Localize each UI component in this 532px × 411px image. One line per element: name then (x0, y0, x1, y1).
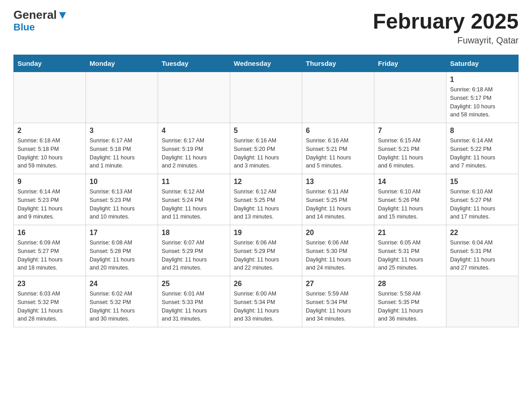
day-info: Sunrise: 6:02 AM Sunset: 5:32 PM Dayligh… (90, 290, 154, 323)
day-info: Sunrise: 6:06 AM Sunset: 5:30 PM Dayligh… (306, 239, 370, 272)
calendar-week-row: 9Sunrise: 6:14 AM Sunset: 5:23 PM Daylig… (14, 174, 519, 225)
day-info: Sunrise: 6:13 AM Sunset: 5:23 PM Dayligh… (90, 188, 154, 221)
day-info: Sunrise: 6:11 AM Sunset: 5:25 PM Dayligh… (306, 188, 370, 221)
day-number: 28 (378, 280, 442, 288)
day-number: 6 (306, 127, 370, 135)
day-info: Sunrise: 5:58 AM Sunset: 5:35 PM Dayligh… (378, 290, 442, 323)
day-number: 7 (378, 127, 442, 135)
day-number: 11 (162, 178, 226, 186)
calendar-cell (14, 72, 86, 123)
day-info: Sunrise: 6:05 AM Sunset: 5:31 PM Dayligh… (378, 239, 442, 272)
calendar-cell: 14Sunrise: 6:10 AM Sunset: 5:26 PM Dayli… (374, 174, 446, 225)
calendar-cell: 18Sunrise: 6:07 AM Sunset: 5:29 PM Dayli… (158, 225, 230, 276)
weekday-header-friday: Friday (374, 55, 446, 72)
calendar-cell (374, 72, 446, 123)
day-number: 4 (162, 127, 226, 135)
calendar-cell: 3Sunrise: 6:17 AM Sunset: 5:18 PM Daylig… (86, 123, 158, 174)
day-number: 22 (450, 229, 515, 237)
calendar-cell: 25Sunrise: 6:01 AM Sunset: 5:33 PM Dayli… (158, 276, 230, 327)
day-number: 16 (17, 229, 82, 237)
calendar-week-row: 23Sunrise: 6:03 AM Sunset: 5:32 PM Dayli… (14, 276, 519, 327)
calendar-cell: 6Sunrise: 6:16 AM Sunset: 5:21 PM Daylig… (302, 123, 374, 174)
day-info: Sunrise: 6:08 AM Sunset: 5:28 PM Dayligh… (90, 239, 154, 272)
calendar-cell: 9Sunrise: 6:14 AM Sunset: 5:23 PM Daylig… (14, 174, 86, 225)
main-title: February 2025 (373, 9, 519, 34)
calendar-cell: 17Sunrise: 6:08 AM Sunset: 5:28 PM Dayli… (86, 225, 158, 276)
page-header: General▼ Blue February 2025 Fuwayrit, Qa… (13, 9, 519, 46)
day-number: 15 (450, 178, 515, 186)
day-info: Sunrise: 6:04 AM Sunset: 5:31 PM Dayligh… (450, 239, 515, 272)
day-number: 5 (234, 127, 298, 135)
calendar-cell: 26Sunrise: 6:00 AM Sunset: 5:34 PM Dayli… (230, 276, 302, 327)
calendar-cell: 7Sunrise: 6:15 AM Sunset: 5:21 PM Daylig… (374, 123, 446, 174)
day-info: Sunrise: 6:09 AM Sunset: 5:27 PM Dayligh… (17, 239, 82, 272)
day-info: Sunrise: 6:14 AM Sunset: 5:22 PM Dayligh… (450, 137, 515, 170)
day-number: 9 (17, 178, 82, 186)
calendar-cell: 2Sunrise: 6:18 AM Sunset: 5:18 PM Daylig… (14, 123, 86, 174)
calendar-cell: 22Sunrise: 6:04 AM Sunset: 5:31 PM Dayli… (446, 225, 519, 276)
day-info: Sunrise: 6:06 AM Sunset: 5:29 PM Dayligh… (234, 239, 298, 272)
logo-triangle-icon: ▼ (57, 8, 69, 21)
calendar-cell: 20Sunrise: 6:06 AM Sunset: 5:30 PM Dayli… (302, 225, 374, 276)
day-info: Sunrise: 6:16 AM Sunset: 5:21 PM Dayligh… (306, 137, 370, 170)
title-block: February 2025 Fuwayrit, Qatar (373, 9, 519, 46)
calendar-cell: 16Sunrise: 6:09 AM Sunset: 5:27 PM Dayli… (14, 225, 86, 276)
logo: General▼ Blue (13, 9, 69, 33)
calendar-cell (158, 72, 230, 123)
logo-blue-text: Blue (13, 21, 35, 33)
day-number: 26 (234, 280, 298, 288)
calendar-cell: 21Sunrise: 6:05 AM Sunset: 5:31 PM Dayli… (374, 225, 446, 276)
calendar-header-row: SundayMondayTuesdayWednesdayThursdayFrid… (14, 55, 519, 72)
day-number: 19 (234, 229, 298, 237)
day-number: 18 (162, 229, 226, 237)
calendar-cell (446, 276, 519, 327)
day-info: Sunrise: 6:10 AM Sunset: 5:26 PM Dayligh… (378, 188, 442, 221)
day-number: 8 (450, 127, 515, 135)
day-number: 23 (17, 280, 82, 288)
day-number: 17 (90, 229, 154, 237)
calendar-cell: 27Sunrise: 5:59 AM Sunset: 5:34 PM Dayli… (302, 276, 374, 327)
day-number: 12 (234, 178, 298, 186)
calendar-cell: 4Sunrise: 6:17 AM Sunset: 5:19 PM Daylig… (158, 123, 230, 174)
day-number: 24 (90, 280, 154, 288)
day-info: Sunrise: 6:17 AM Sunset: 5:19 PM Dayligh… (162, 137, 226, 170)
subtitle: Fuwayrit, Qatar (373, 35, 519, 46)
day-info: Sunrise: 6:01 AM Sunset: 5:33 PM Dayligh… (162, 290, 226, 323)
day-info: Sunrise: 6:03 AM Sunset: 5:32 PM Dayligh… (17, 290, 82, 323)
day-info: Sunrise: 6:12 AM Sunset: 5:24 PM Dayligh… (162, 188, 226, 221)
day-info: Sunrise: 6:07 AM Sunset: 5:29 PM Dayligh… (162, 239, 226, 272)
day-number: 27 (306, 280, 370, 288)
weekday-header-wednesday: Wednesday (230, 55, 302, 72)
day-info: Sunrise: 6:12 AM Sunset: 5:25 PM Dayligh… (234, 188, 298, 221)
day-number: 14 (378, 178, 442, 186)
day-info: Sunrise: 6:14 AM Sunset: 5:23 PM Dayligh… (17, 188, 82, 221)
weekday-header-thursday: Thursday (302, 55, 374, 72)
day-info: Sunrise: 6:18 AM Sunset: 5:18 PM Dayligh… (17, 137, 82, 170)
day-info: Sunrise: 6:00 AM Sunset: 5:34 PM Dayligh… (234, 290, 298, 323)
day-number: 3 (90, 127, 154, 135)
weekday-header-tuesday: Tuesday (158, 55, 230, 72)
calendar-cell: 8Sunrise: 6:14 AM Sunset: 5:22 PM Daylig… (446, 123, 519, 174)
logo-general-text: General▼ (13, 9, 69, 21)
day-info: Sunrise: 6:10 AM Sunset: 5:27 PM Dayligh… (450, 188, 515, 221)
weekday-header-sunday: Sunday (14, 55, 86, 72)
calendar-cell: 28Sunrise: 5:58 AM Sunset: 5:35 PM Dayli… (374, 276, 446, 327)
calendar-week-row: 2Sunrise: 6:18 AM Sunset: 5:18 PM Daylig… (14, 123, 519, 174)
calendar-cell (230, 72, 302, 123)
day-info: Sunrise: 6:16 AM Sunset: 5:20 PM Dayligh… (234, 137, 298, 170)
weekday-header-saturday: Saturday (446, 55, 519, 72)
calendar-cell: 10Sunrise: 6:13 AM Sunset: 5:23 PM Dayli… (86, 174, 158, 225)
day-info: Sunrise: 6:15 AM Sunset: 5:21 PM Dayligh… (378, 137, 442, 170)
calendar-cell (86, 72, 158, 123)
day-number: 10 (90, 178, 154, 186)
day-number: 1 (450, 76, 515, 84)
calendar-cell: 12Sunrise: 6:12 AM Sunset: 5:25 PM Dayli… (230, 174, 302, 225)
calendar-cell: 19Sunrise: 6:06 AM Sunset: 5:29 PM Dayli… (230, 225, 302, 276)
calendar-cell: 11Sunrise: 6:12 AM Sunset: 5:24 PM Dayli… (158, 174, 230, 225)
calendar-cell: 13Sunrise: 6:11 AM Sunset: 5:25 PM Dayli… (302, 174, 374, 225)
calendar-cell: 15Sunrise: 6:10 AM Sunset: 5:27 PM Dayli… (446, 174, 519, 225)
day-info: Sunrise: 5:59 AM Sunset: 5:34 PM Dayligh… (306, 290, 370, 323)
day-info: Sunrise: 6:17 AM Sunset: 5:18 PM Dayligh… (90, 137, 154, 170)
calendar-cell (302, 72, 374, 123)
weekday-header-monday: Monday (86, 55, 158, 72)
